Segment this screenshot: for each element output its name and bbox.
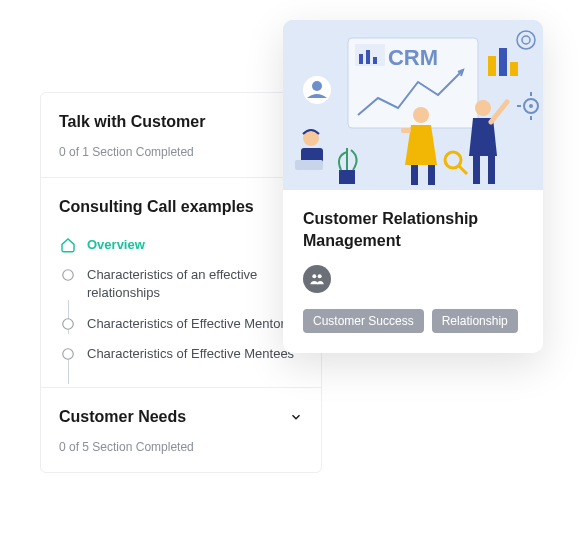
circle-icon (59, 266, 77, 284)
section-consulting-call-examples: Consulting Call examples Overview Charac… (41, 178, 321, 388)
svg-point-1 (63, 318, 74, 329)
card-illustration: CRM (283, 20, 543, 190)
svg-rect-9 (488, 56, 496, 76)
svg-rect-24 (473, 156, 480, 184)
section-title: Customer Needs (59, 408, 186, 426)
course-card-crm[interactable]: CRM (283, 20, 543, 353)
section-customer-needs: Customer Needs 0 of 5 Section Completed (41, 388, 321, 472)
tag[interactable]: Relationship (432, 309, 518, 333)
svg-point-35 (312, 275, 316, 279)
lesson-label: Characteristics of Effective Mentees (87, 345, 294, 363)
svg-rect-21 (428, 165, 435, 185)
lesson-item[interactable]: Characteristics of Effective Mentors (59, 309, 303, 339)
home-icon (59, 236, 77, 254)
svg-rect-34 (339, 170, 355, 184)
section-status: 0 of 5 Section Completed (41, 440, 321, 472)
chevron-down-icon (289, 410, 303, 424)
svg-rect-22 (401, 128, 411, 133)
illustration-heading: CRM (388, 45, 438, 70)
lesson-item[interactable]: Characteristics of Effective Mentees (59, 339, 303, 369)
svg-rect-11 (510, 62, 518, 76)
section-header[interactable]: Customer Needs (41, 388, 321, 440)
course-outline-panel: Talk with Customer 0 of 1 Section Comple… (40, 92, 322, 473)
section-title: Consulting Call examples (59, 198, 254, 216)
svg-point-2 (63, 349, 74, 360)
section-header[interactable]: Consulting Call examples (41, 178, 321, 230)
section-title: Talk with Customer (59, 113, 205, 131)
svg-point-19 (413, 107, 429, 123)
section-items: Overview Characteristics of an effective… (41, 230, 321, 387)
card-tags: Customer Success Relationship (303, 309, 523, 333)
tag[interactable]: Customer Success (303, 309, 424, 333)
svg-point-23 (475, 100, 491, 116)
lesson-label: Overview (87, 236, 145, 254)
lesson-item[interactable]: Characteristics of an effective relation… (59, 260, 303, 308)
lesson-label: Characteristics of an effective relation… (87, 266, 303, 302)
circle-icon (59, 315, 77, 333)
svg-rect-29 (295, 160, 323, 170)
svg-rect-8 (373, 57, 377, 64)
svg-rect-25 (488, 156, 495, 184)
svg-rect-6 (359, 54, 363, 64)
lesson-label: Characteristics of Effective Mentors (87, 315, 291, 333)
section-status: 0 of 1 Section Completed (41, 145, 321, 177)
svg-rect-7 (366, 50, 370, 64)
svg-point-31 (312, 81, 322, 91)
section-talk-with-customer: Talk with Customer 0 of 1 Section Comple… (41, 93, 321, 178)
lesson-item-overview[interactable]: Overview (59, 230, 303, 260)
people-icon (303, 265, 331, 293)
svg-point-13 (529, 104, 533, 108)
crm-illustration-icon: CRM (283, 20, 543, 190)
circle-icon (59, 345, 77, 363)
svg-rect-10 (499, 48, 507, 76)
section-header[interactable]: Talk with Customer (41, 93, 321, 145)
svg-rect-20 (411, 165, 418, 185)
svg-point-0 (63, 270, 74, 281)
card-title: Customer Relationship Management (303, 208, 523, 251)
card-body: Customer Relationship Management Custome… (283, 190, 543, 353)
svg-point-36 (318, 275, 322, 279)
